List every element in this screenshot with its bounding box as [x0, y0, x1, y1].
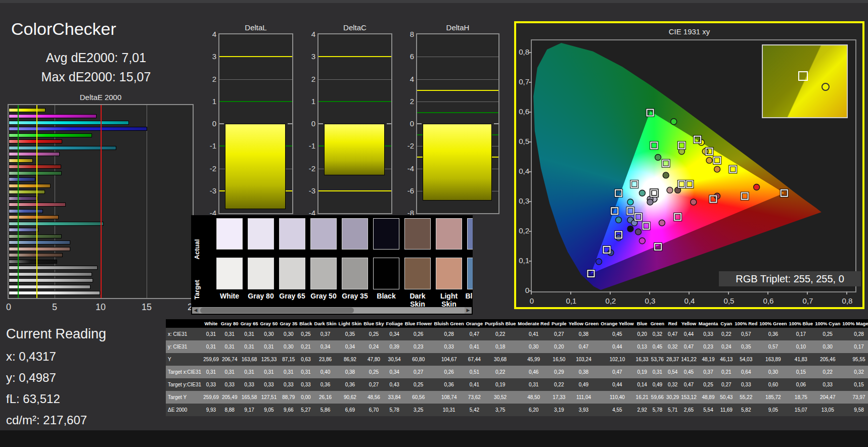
table-cell: 0,57 — [734, 328, 758, 340]
swatch-actual-gray-35 — [342, 218, 368, 250]
swatch-target-gray-80 — [248, 258, 274, 289]
column-header-white: White — [202, 319, 220, 328]
table-cell: 0,47 — [680, 340, 698, 353]
table-cell: 0,26 — [404, 328, 433, 340]
table-cell: 0,18 — [484, 340, 517, 353]
table-cell: 54,03 — [734, 353, 758, 366]
column-header-purple: Purple — [551, 319, 568, 328]
target-point-orange — [729, 166, 736, 173]
deltal-chart: 43210-1-2-3-4 — [218, 33, 293, 214]
column-header-orange-yellow: Orange Yellow — [600, 319, 634, 328]
deltae2000-chart-title: DeltaE 2000 — [8, 93, 194, 102]
table-cell: 0,22 — [551, 378, 568, 391]
table-cell: 3,19 — [551, 404, 568, 416]
table-cell: 4,55 — [600, 404, 634, 416]
deltae-bar-100-magenta — [9, 114, 97, 118]
swatch-label: White — [214, 292, 245, 300]
table-cell: 165,58 — [240, 391, 259, 404]
table-row: Target y:CIE310,330,330,330,330,330,330,… — [166, 378, 868, 391]
scrollbar-thumb[interactable] — [200, 308, 354, 313]
table-cell: 15,07 — [788, 404, 814, 416]
deltae-bar-orange-yellow — [9, 184, 51, 188]
deltae-bar-gray-35 — [9, 266, 98, 270]
table-cell: 0,37 — [313, 328, 338, 340]
table-cell: 0,25 — [298, 328, 313, 340]
table-row: Target x:CIE310,310,310,310,310,310,310,… — [166, 366, 868, 378]
deltac-chart-title: DeltaC — [317, 23, 392, 32]
table-cell: 0,34 — [385, 328, 404, 340]
table-cell: 5,54 — [698, 404, 719, 416]
table-cell: 0,47 — [665, 328, 680, 340]
table-cell: 204,47 — [814, 391, 841, 404]
table-cell: 0,41 — [517, 328, 551, 340]
swatch-panel: Actual Target WhiteGray 80Gray 65Gray 50… — [191, 215, 473, 315]
column-header-green: Green — [650, 319, 665, 328]
deltae-bar-white — [9, 291, 100, 295]
table-cell: 0,45 — [650, 340, 665, 353]
table-corner — [166, 319, 202, 328]
table-cell: 259,69 — [202, 391, 220, 404]
swatch-actual-gray-65 — [279, 218, 305, 250]
table-cell: 5,82 — [734, 404, 758, 416]
y-tick-label: 3 — [303, 52, 315, 61]
table-cell: 0,20 — [551, 340, 568, 353]
table-cell: 9,66 — [279, 404, 298, 416]
cie-y-tick-mark — [529, 112, 532, 113]
table-cell: 153,12 — [680, 391, 698, 404]
scroll-right-button[interactable]: ▶ — [465, 307, 472, 314]
table-cell: 46,13 — [719, 353, 734, 366]
column-header-magenta: Magenta — [698, 319, 719, 328]
cie-x-tick-label: 0,1 — [560, 296, 582, 305]
table-cell: 0,31 — [650, 366, 665, 378]
swatch-target-dark-skin — [404, 258, 431, 289]
table-cell: 0,64 — [734, 366, 758, 378]
cie-x-tick-label: 0,3 — [639, 296, 661, 305]
cie-x-tick-mark — [846, 291, 847, 294]
swatch-actual-dark-skin — [404, 218, 431, 250]
y-tick-label: -2 — [303, 164, 315, 173]
table-cell: 0,33 — [240, 378, 259, 391]
table-cell: 205,46 — [814, 353, 841, 366]
measured-point-orange-yellow — [706, 157, 712, 163]
limit-line — [318, 56, 391, 57]
swatch-scrollbar[interactable]: ◀ ▶ — [192, 307, 472, 314]
table-cell: 53,76 — [650, 353, 665, 366]
cie-x-tick-mark — [728, 291, 729, 294]
swatch-label: Gray 50 — [308, 292, 339, 300]
table-cell: 73,97 — [841, 391, 868, 404]
cie-x-tick-mark — [689, 291, 690, 294]
table-cell: 0,23 — [698, 340, 719, 353]
reading-cdm2-value: cd/m²: 217,607 — [6, 413, 87, 427]
measured-point-black — [627, 226, 633, 232]
column-header-foliage: Foliage — [385, 319, 404, 328]
target-row-label: Target — [193, 274, 201, 306]
measurement-table: WhiteGray 80Gray 65Gray 50Gray 35BlackDa… — [166, 319, 868, 416]
table-cell: 0,26 — [433, 366, 465, 378]
measured-point-foliage — [663, 172, 669, 178]
swatch-label: Gray 35 — [339, 292, 371, 300]
limit-line — [219, 101, 292, 102]
table-cell: 16,21 — [635, 391, 650, 404]
table-cell: 60,56 — [404, 391, 433, 404]
target-point-blue-flower — [635, 214, 642, 220]
table-cell: 0,31 — [220, 328, 240, 340]
gridline — [417, 57, 498, 57]
zero-tick — [417, 123, 422, 124]
column-header-gray-65: Gray 65 — [240, 319, 259, 328]
cie-x-tick-label: 0,8 — [836, 296, 858, 305]
deltae2000-chart — [8, 104, 194, 299]
zero-tick — [494, 123, 498, 124]
deltae2000-x-axis: 05101520 — [0, 302, 202, 314]
row-label: Target x:CIE31 — [166, 366, 202, 378]
scroll-left-button[interactable]: ◀ — [192, 307, 199, 314]
cie-y-tick-label: 0,3 — [516, 196, 529, 205]
target-point-magenta — [674, 214, 681, 220]
table-cell: 0,47 — [680, 378, 698, 391]
table-cell: 0,31 — [298, 366, 313, 378]
table-cell: 0,33 — [814, 378, 841, 391]
table-cell: 108,74 — [433, 391, 465, 404]
row-label: x: CIE31 — [166, 328, 202, 340]
table-cell: 9,58 — [841, 404, 868, 416]
swatch-actual-gray-50 — [310, 218, 337, 250]
swatch-actual-black — [373, 218, 399, 250]
